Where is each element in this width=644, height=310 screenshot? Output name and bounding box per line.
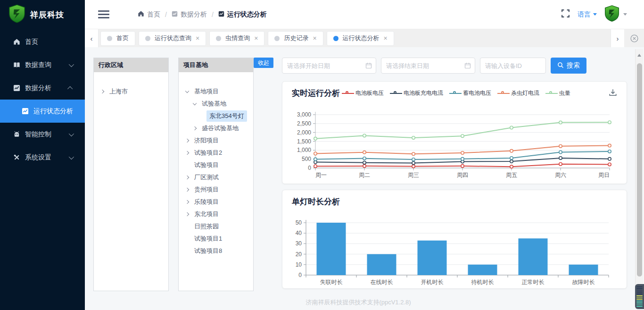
tree-collapse-arrow-icon[interactable] <box>193 126 197 130</box>
tree-node[interactable]: 日照茶园 <box>179 220 253 233</box>
tree-node[interactable]: 基地项目 <box>179 85 253 98</box>
tab-close-icon[interactable]: × <box>254 35 258 42</box>
tree-collapse-arrow-icon[interactable] <box>185 139 189 142</box>
caret-down-icon <box>623 13 627 16</box>
legend-label: 电池板电压 <box>355 89 384 97</box>
sidebar-item-label: 首页 <box>25 38 38 46</box>
region-panel: 行政区域 上海市 <box>93 58 169 291</box>
tree-node[interactable]: 试验项目8 <box>179 245 253 257</box>
tree-collapse-arrow-icon[interactable] <box>185 188 189 192</box>
tree-node-label[interactable]: 试验项目2 <box>194 149 222 157</box>
hamburger-menu-icon[interactable] <box>98 8 109 21</box>
tree-collapse-arrow-icon[interactable] <box>185 212 189 216</box>
filter-row: 搜索 <box>282 58 586 74</box>
sidebar-item-3[interactable]: 运行状态分析 <box>0 100 85 123</box>
close-all-tabs-icon[interactable] <box>624 34 644 43</box>
logo[interactable]: 祥辰科技 <box>0 0 85 29</box>
tab-0[interactable]: 首页 <box>100 31 135 46</box>
tree-node-label[interactable]: 日照茶园 <box>194 222 219 231</box>
end-date-input[interactable] <box>381 58 475 74</box>
tree-node-label-selected[interactable]: 东北354号灯 <box>206 110 247 122</box>
tree-collapse-arrow-icon[interactable] <box>100 90 104 93</box>
tree-node-label[interactable]: 基地项目 <box>194 87 219 96</box>
tree-collapse-arrow-icon[interactable] <box>185 151 189 155</box>
tree-node-label[interactable]: 乐陵项目 <box>194 198 219 206</box>
collapse-panels-button[interactable]: 收起 <box>254 58 273 68</box>
brand-title: 祥辰科技 <box>30 9 64 20</box>
tree-node-label[interactable]: 试验项目 <box>194 161 219 169</box>
tree-node[interactable]: 济阳项目 <box>179 134 253 147</box>
legend-label: 电池板充电电流 <box>404 89 443 97</box>
tree-node-label[interactable]: 盛谷试验基地 <box>202 124 239 133</box>
tree-node-label[interactable]: 试验项目1 <box>194 235 222 243</box>
sidebar-item-5[interactable]: 系统设置 <box>0 146 85 169</box>
sidebar-item-1[interactable]: 数据查询 <box>0 53 85 76</box>
svg-text:30: 30 <box>296 240 302 247</box>
download-icon[interactable] <box>609 88 617 99</box>
tree-node-label[interactable]: 厂区测试 <box>194 173 219 182</box>
project-tree: 基地项目试验基地东北354号灯盛谷试验基地济阳项目试验项目2试验项目厂区测试贵州… <box>179 72 253 257</box>
legend-item-1[interactable]: 电池板充电电流 <box>390 89 443 97</box>
tree-node-label[interactable]: 贵州项目 <box>194 185 219 194</box>
user-avatar-menu[interactable] <box>604 5 627 24</box>
vertical-scrollbar[interactable] <box>635 49 643 298</box>
tree-node[interactable]: 乐陵项目 <box>179 196 253 208</box>
breadcrumb-data-analysis[interactable]: 数据分析 <box>172 10 207 19</box>
legend-item-0[interactable]: 电池板电压 <box>342 89 384 97</box>
tab-1[interactable]: 运行状态查询× <box>139 31 206 46</box>
sidebar-item-4[interactable]: 智能控制 <box>0 123 85 146</box>
realtime-line-chart: 05001,0001,5002,0002,5003,000周一周二周三周四周五周… <box>287 109 623 182</box>
tabs-scroll-left-icon[interactable]: ‹ <box>85 29 99 47</box>
svg-text:2,500: 2,500 <box>297 120 311 127</box>
sidebar-item-0[interactable]: 首页 <box>0 30 85 53</box>
tree-collapse-arrow-icon[interactable] <box>185 176 189 179</box>
legend-item-3[interactable]: 杀虫灯电流 <box>497 89 539 97</box>
language-selector[interactable]: 语言 <box>578 10 597 19</box>
tab-2[interactable]: 虫情查询× <box>209 31 264 46</box>
tree-node[interactable]: 东北354号灯 <box>179 110 253 122</box>
scroll-up-icon[interactable] <box>637 54 641 57</box>
legend-item-2[interactable]: 蓄电池电压 <box>449 89 491 97</box>
open-tabs: 首页运行状态查询×虫情查询×历史记录×运行状态分析× <box>99 29 611 47</box>
fullscreen-icon[interactable] <box>561 9 570 20</box>
start-date-input[interactable] <box>282 58 376 74</box>
tree-node-label[interactable]: 上海市 <box>109 87 128 96</box>
tree-node[interactable]: 盛谷试验基地 <box>179 122 253 134</box>
svg-text:周六: 周六 <box>555 172 566 178</box>
tree-node[interactable]: 厂区测试 <box>179 171 253 184</box>
legend-item-4[interactable]: 虫量 <box>545 89 570 97</box>
search-button[interactable]: 搜索 <box>551 58 586 74</box>
device-id-input[interactable] <box>480 58 546 74</box>
breadcrumb-home[interactable]: 首页 <box>138 10 160 19</box>
tab-close-icon[interactable]: × <box>384 35 388 42</box>
tree-node[interactable]: 上海市 <box>94 85 168 98</box>
tabs-scroll-right-icon[interactable]: › <box>611 29 624 47</box>
tab-close-icon[interactable]: × <box>313 35 316 42</box>
legend-marker-icon <box>342 91 354 96</box>
tree-expand-arrow-icon[interactable] <box>193 101 197 105</box>
tree-node[interactable]: 试验项目 <box>179 159 253 171</box>
corner-widget[interactable] <box>635 284 644 309</box>
tree-node-label[interactable]: 试验基地 <box>202 100 226 108</box>
svg-text:在线时长: 在线时长 <box>371 279 393 285</box>
tree-node[interactable]: 试验基地 <box>179 98 253 110</box>
tree-node[interactable]: 东北项目 <box>179 208 253 220</box>
tab-3[interactable]: 历史记录× <box>268 31 323 46</box>
sidebar-item-2[interactable]: 数据分析 <box>0 76 85 100</box>
tree-collapse-arrow-icon[interactable] <box>185 200 189 204</box>
scrollbar-thumb[interactable] <box>637 63 642 276</box>
tree-node[interactable]: 试验项目1 <box>179 233 253 245</box>
tab-close-icon[interactable]: × <box>196 35 199 42</box>
svg-text:故障时长: 故障时长 <box>572 279 595 285</box>
tree-expand-arrow-icon[interactable] <box>185 89 189 93</box>
tree-node-label[interactable]: 试验项目8 <box>194 247 222 255</box>
line-chart-title: 实时运行分析 <box>292 88 340 99</box>
tree-node[interactable]: 贵州项目 <box>179 184 253 196</box>
robot-icon <box>13 131 20 138</box>
tree-node-label[interactable]: 济阳项目 <box>194 136 219 145</box>
tree-node-label[interactable]: 东北项目 <box>194 210 219 218</box>
tree-node[interactable]: 试验项目2 <box>179 147 253 159</box>
tab-4[interactable]: 运行状态分析× <box>327 31 394 46</box>
calendar-icon <box>464 62 471 71</box>
svg-text:周四: 周四 <box>457 172 468 178</box>
